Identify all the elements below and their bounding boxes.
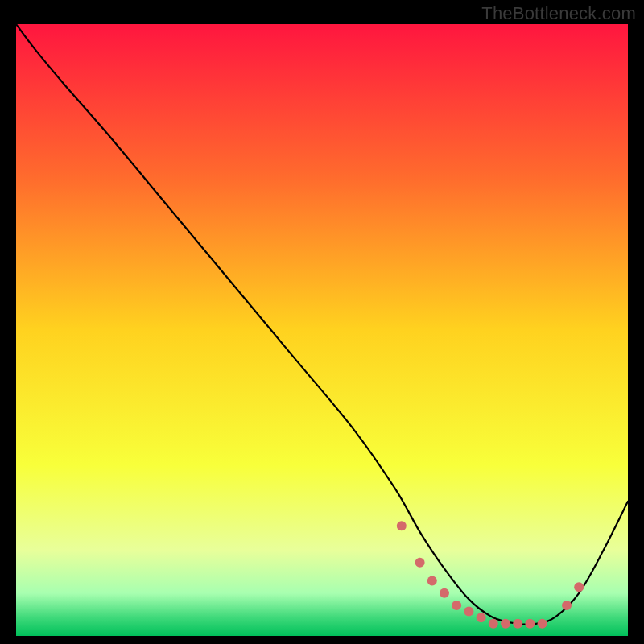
marker-dot bbox=[415, 558, 425, 568]
plot-area bbox=[16, 24, 628, 636]
marker-dot bbox=[452, 601, 461, 610]
marker-dot bbox=[397, 521, 407, 530]
marker-dot bbox=[477, 613, 486, 622]
marker-dot bbox=[440, 588, 449, 598]
watermark-text: TheBottleneck.com bbox=[481, 3, 636, 24]
chart-svg bbox=[16, 24, 628, 636]
chart-frame: TheBottleneck.com bbox=[0, 0, 644, 644]
marker-dot bbox=[525, 619, 535, 629]
marker-dot bbox=[513, 619, 522, 629]
marker-dot bbox=[464, 607, 473, 617]
marker-dot bbox=[538, 619, 547, 629]
marker-dot bbox=[501, 619, 510, 629]
marker-dot bbox=[574, 582, 584, 592]
marker-dot bbox=[562, 601, 572, 610]
gradient-background bbox=[16, 24, 628, 636]
marker-dot bbox=[427, 576, 437, 586]
marker-dot bbox=[489, 619, 498, 629]
